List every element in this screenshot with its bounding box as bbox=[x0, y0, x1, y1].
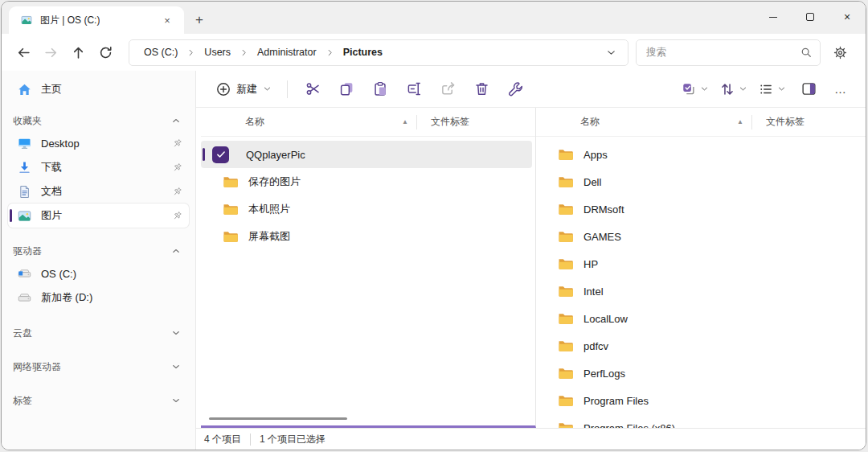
screen: 图片 | OS (C:) × + × OS (C:) Users Adminis… bbox=[0, 0, 868, 452]
close-button[interactable]: × bbox=[829, 2, 866, 32]
sidebar-item-documents[interactable]: 文档 bbox=[8, 179, 189, 203]
horizontal-scrollbar[interactable] bbox=[209, 417, 347, 420]
section-label: 网络驱动器 bbox=[13, 360, 61, 374]
file-row[interactable]: pdfcv bbox=[536, 332, 862, 360]
section-label: 收藏夹 bbox=[13, 114, 42, 128]
folder-icon bbox=[558, 230, 574, 243]
file-row[interactable]: DRMsoft bbox=[536, 195, 862, 223]
search-input[interactable] bbox=[646, 47, 800, 58]
maximize-button[interactable] bbox=[792, 2, 829, 32]
folder-icon bbox=[223, 230, 239, 243]
new-button[interactable]: 新建 bbox=[209, 76, 279, 103]
rename-button[interactable] bbox=[397, 76, 431, 103]
sidebar-item-label: 主页 bbox=[41, 82, 62, 97]
tab-close-icon[interactable]: × bbox=[158, 11, 176, 29]
sidebar-item-home[interactable]: 主页 bbox=[8, 76, 189, 102]
sidebar-item-pictures[interactable]: 图片 bbox=[8, 203, 189, 228]
more-button[interactable]: … bbox=[825, 76, 856, 103]
sidebar-section-cloud[interactable]: 云盘 bbox=[10, 323, 187, 343]
sidebar: 主页 收藏夹 Desktop 下载 文档 bbox=[2, 71, 196, 450]
sidebar-item-desktop[interactable]: Desktop bbox=[8, 131, 189, 155]
up-button[interactable] bbox=[64, 39, 92, 66]
status-divider bbox=[250, 434, 251, 446]
toolbar-right-group: … bbox=[676, 76, 856, 103]
file-name: Program Files (x86) bbox=[583, 422, 675, 429]
sidebar-section-drives[interactable]: 驱动器 bbox=[10, 240, 187, 261]
share-button[interactable] bbox=[431, 76, 465, 103]
section-label: 驱动器 bbox=[13, 244, 42, 258]
delete-button[interactable] bbox=[465, 76, 498, 103]
plus-icon: + bbox=[195, 12, 203, 28]
active-tab[interactable]: 图片 | OS (C:) × bbox=[9, 6, 184, 34]
minimize-button[interactable] bbox=[755, 2, 792, 32]
view-list-icon bbox=[759, 82, 773, 97]
checkbox-checked[interactable] bbox=[212, 146, 229, 163]
cut-button[interactable] bbox=[296, 76, 330, 103]
file-name: Apps bbox=[583, 149, 608, 161]
address-dropdown-button[interactable] bbox=[600, 47, 621, 58]
paste-button[interactable] bbox=[363, 76, 397, 103]
view-button[interactable] bbox=[753, 76, 792, 103]
sidebar-item-downloads[interactable]: 下载 bbox=[8, 155, 189, 179]
main-area: 主页 收藏夹 Desktop 下载 文档 bbox=[2, 71, 866, 450]
folder-icon bbox=[558, 339, 574, 352]
forward-button[interactable] bbox=[37, 39, 64, 66]
column-header-name[interactable]: 名称 ▲ bbox=[201, 115, 416, 129]
file-row[interactable]: Dell bbox=[536, 168, 862, 195]
back-button[interactable] bbox=[10, 39, 37, 66]
file-row[interactable]: LocalLow bbox=[536, 305, 862, 332]
file-row[interactable]: Apps bbox=[536, 141, 862, 168]
file-name: 屏幕截图 bbox=[248, 229, 290, 244]
file-row[interactable]: Intel bbox=[536, 277, 862, 305]
sidebar-item-label: Desktop bbox=[41, 138, 80, 150]
sidebar-section-favorites[interactable]: 收藏夹 bbox=[10, 110, 187, 131]
file-row-selected[interactable]: QQplayerPic bbox=[201, 141, 532, 168]
sidebar-item-drive-c[interactable]: OS (C:) bbox=[8, 261, 189, 286]
column-header-tags[interactable]: 文件标签 bbox=[752, 115, 805, 129]
file-row[interactable]: 屏幕截图 bbox=[201, 223, 532, 250]
file-name: HP bbox=[583, 258, 598, 270]
sidebar-section-network-drives[interactable]: 网络驱动器 bbox=[10, 356, 187, 377]
properties-button[interactable] bbox=[498, 76, 532, 103]
breadcrumb-item[interactable]: Administrator bbox=[254, 44, 320, 60]
multi-select-button[interactable] bbox=[676, 76, 714, 103]
sidebar-item-drive-d[interactable]: 新加卷 (D:) bbox=[8, 286, 189, 310]
file-row[interactable]: Program Files bbox=[536, 387, 862, 414]
chevron-up-icon bbox=[171, 116, 181, 125]
toolbar: 新建 bbox=[196, 71, 866, 108]
sort-ascending-icon: ▲ bbox=[402, 119, 408, 125]
search-box[interactable] bbox=[636, 39, 821, 66]
breadcrumb-item[interactable]: OS (C:) bbox=[141, 44, 181, 60]
details-pane-button[interactable] bbox=[792, 76, 825, 103]
file-name: DRMsoft bbox=[583, 203, 624, 216]
file-row[interactable]: PerfLogs bbox=[536, 360, 862, 387]
details-pane-icon bbox=[801, 81, 817, 97]
items-count: 4 个项目 bbox=[204, 433, 241, 446]
file-row[interactable]: GAMES bbox=[536, 223, 862, 250]
chevron-down-icon bbox=[171, 362, 181, 372]
copy-button[interactable] bbox=[330, 76, 363, 103]
file-row-clipped[interactable]: Program Files (x86) bbox=[536, 414, 862, 428]
chevron-right-icon bbox=[240, 48, 248, 57]
sidebar-section-tags[interactable]: 标签 bbox=[10, 390, 187, 411]
up-arrow-icon bbox=[72, 46, 85, 60]
settings-button[interactable] bbox=[825, 39, 854, 66]
sort-button[interactable] bbox=[714, 76, 753, 103]
file-row[interactable]: HP bbox=[536, 250, 862, 277]
rename-icon bbox=[407, 81, 422, 97]
refresh-button[interactable] bbox=[92, 39, 119, 66]
file-row[interactable]: 保存的图片 bbox=[201, 168, 532, 195]
breadcrumb[interactable]: OS (C:) Users Administrator Pictures bbox=[129, 39, 628, 66]
breadcrumb-item-current[interactable]: Pictures bbox=[340, 44, 386, 60]
file-row[interactable]: 本机照片 bbox=[201, 195, 532, 223]
gear-icon bbox=[833, 46, 847, 60]
pin-icon bbox=[172, 162, 182, 173]
column-header-name[interactable]: 名称 ▲ bbox=[536, 115, 751, 129]
dual-pane-area: 名称 ▲ 文件标签 QQplayerPic 保存的图片 bbox=[196, 108, 866, 428]
folder-icon bbox=[558, 285, 574, 298]
minimize-icon bbox=[769, 17, 777, 18]
new-tab-button[interactable]: + bbox=[184, 6, 215, 34]
column-label: 文件标签 bbox=[431, 116, 469, 127]
column-header-tags[interactable]: 文件标签 bbox=[417, 115, 469, 129]
breadcrumb-item[interactable]: Users bbox=[201, 44, 234, 60]
